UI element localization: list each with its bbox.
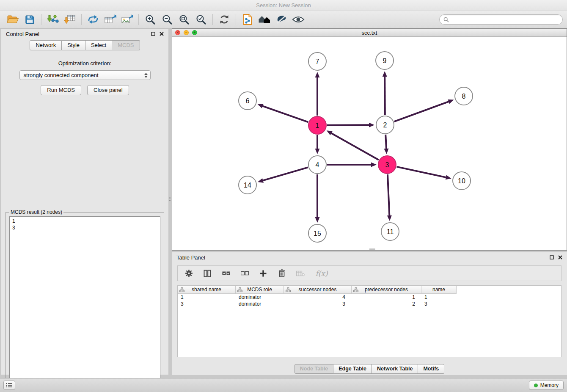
cell-predecessor-nodes[interactable]: 1	[352, 294, 421, 301]
share-document-icon	[242, 14, 253, 25]
tab-mcds[interactable]: MCDS	[112, 40, 140, 50]
graph-node-10[interactable]: 10	[453, 172, 471, 190]
graph-node-1[interactable]: 1	[308, 116, 326, 134]
tab-style[interactable]: Style	[62, 40, 85, 50]
zoom-selected-button[interactable]	[193, 12, 209, 27]
float-table-panel-button[interactable]	[550, 255, 554, 259]
table-row[interactable]: 1 dominator 4 1 1	[178, 294, 561, 301]
cell-name[interactable]: 3	[421, 301, 457, 307]
graph-node-6[interactable]: 6	[239, 92, 256, 110]
cell-mcds-role[interactable]: dominator	[236, 294, 284, 301]
close-panel-button[interactable]	[160, 32, 164, 36]
column-header-predecessor-nodes[interactable]: predecessor nodes	[352, 286, 421, 294]
graph-edge-2-8[interactable]	[394, 99, 454, 121]
memory-button[interactable]: Memory	[529, 381, 564, 390]
graph-node-4[interactable]: 4	[308, 156, 326, 174]
cell-successor-nodes[interactable]: 3	[284, 301, 352, 307]
open-session-button[interactable]	[4, 12, 21, 27]
save-session-button[interactable]	[21, 12, 38, 27]
panel-splitter[interactable]	[168, 29, 172, 375]
delete-table-button[interactable]	[295, 268, 306, 279]
graph-edge-1-6[interactable]	[258, 104, 308, 122]
cell-shared-name[interactable]: 1	[178, 294, 236, 301]
column-header-mcds-role[interactable]: MCDS role	[236, 286, 284, 294]
tab-network-table[interactable]: Network Table	[372, 364, 418, 374]
graph-node-9[interactable]: 9	[376, 52, 394, 69]
share-document-button[interactable]	[239, 12, 256, 27]
graph-node-14[interactable]: 14	[239, 176, 256, 194]
network-canvas[interactable]: 7968124314101511	[172, 37, 567, 250]
delete-column-button[interactable]	[277, 268, 287, 279]
export-table-button[interactable]	[102, 12, 118, 27]
optimization-criterion-select[interactable]: strongly connected component	[19, 70, 151, 80]
graph-edge-1-4[interactable]	[315, 135, 320, 154]
tab-motifs[interactable]: Motifs	[418, 364, 444, 374]
network-view-frame: ✕ − + scc.txt 7968124314101511	[172, 28, 567, 251]
tab-node-table[interactable]: Node Table	[295, 364, 333, 374]
graph-edge-3-10[interactable]	[396, 167, 451, 180]
export-network-button[interactable]	[85, 12, 102, 27]
tab-select[interactable]: Select	[85, 40, 112, 50]
import-network-button[interactable]	[44, 12, 61, 27]
graph-edge-4-14[interactable]	[258, 167, 308, 182]
close-table-panel-button[interactable]	[558, 255, 562, 259]
zoom-in-button[interactable]	[142, 12, 159, 27]
column-header-name[interactable]: name	[421, 286, 457, 294]
table-toolbar: f(x)	[177, 265, 561, 281]
table-settings-button[interactable]	[184, 268, 194, 279]
frame-close-button[interactable]: ✕	[175, 30, 180, 35]
column-header-shared-name[interactable]: shared name	[178, 286, 236, 294]
frame-minimize-button[interactable]: −	[184, 30, 189, 35]
table-panel-title: Table Panel	[176, 254, 205, 261]
zoom-fit-button[interactable]	[176, 12, 193, 27]
export-image-button[interactable]	[118, 12, 135, 27]
graph-edge-1-2[interactable]	[327, 123, 374, 127]
graph-node-7[interactable]: 7	[308, 52, 326, 70]
graph-node-8[interactable]: 8	[455, 87, 473, 105]
deselect-all-button[interactable]	[239, 268, 250, 279]
show-columns-button[interactable]	[202, 268, 212, 279]
graph-edge-4-3[interactable]	[327, 163, 377, 167]
float-panel-button[interactable]	[151, 32, 155, 36]
run-mcds-button[interactable]: Run MCDS	[41, 85, 81, 95]
show-hide-button[interactable]	[290, 12, 307, 27]
network-frame-titlebar[interactable]: ✕ − + scc.txt	[172, 29, 567, 37]
graph-edge-3-1[interactable]	[327, 130, 379, 160]
function-builder-button[interactable]: f(x)	[314, 268, 329, 279]
graph-node-11[interactable]: 11	[381, 223, 399, 240]
cell-successor-nodes[interactable]: 4	[284, 294, 352, 301]
columns-icon	[204, 270, 211, 277]
graph-node-3[interactable]: 3	[378, 156, 396, 174]
graph-edge-3-11[interactable]	[387, 174, 392, 221]
search-input[interactable]	[451, 17, 559, 23]
tab-network[interactable]: Network	[30, 40, 62, 50]
cell-mcds-role[interactable]: dominator	[236, 301, 284, 307]
zoom-out-button[interactable]	[159, 12, 176, 27]
graph-node-2[interactable]: 2	[376, 116, 394, 134]
graph-node-15[interactable]: 15	[308, 224, 326, 242]
add-column-button[interactable]	[258, 268, 268, 279]
frame-maximize-button[interactable]: +	[192, 30, 197, 35]
column-header-successor-nodes[interactable]: successor nodes	[284, 286, 352, 294]
cell-shared-name[interactable]: 3	[178, 301, 236, 307]
svg-text:2: 2	[383, 121, 387, 129]
cell-name[interactable]: 1	[421, 294, 457, 301]
import-table-button[interactable]	[61, 12, 78, 27]
select-all-button[interactable]	[221, 268, 231, 279]
frame-resize-handle[interactable]	[369, 248, 375, 250]
graph-edge-2-9[interactable]	[383, 71, 387, 115]
svg-text:14: 14	[244, 182, 251, 189]
graph-edge-1-7[interactable]	[315, 72, 320, 116]
apply-layout-button[interactable]	[216, 12, 233, 27]
cell-predecessor-nodes[interactable]: 2	[352, 301, 421, 307]
table-row[interactable]: 3 dominator 3 2 3	[178, 301, 561, 307]
graph-edge-4-15[interactable]	[315, 174, 320, 223]
close-panel-action-button[interactable]: Close panel	[87, 85, 129, 95]
show-panels-button[interactable]	[3, 381, 15, 390]
open-folder-icon	[6, 14, 19, 25]
float-window-icon	[151, 32, 155, 36]
home-button[interactable]	[256, 12, 273, 27]
graph-edge-2-3[interactable]	[384, 135, 388, 154]
tab-edge-table[interactable]: Edge Table	[333, 364, 372, 374]
graphics-details-button[interactable]	[273, 12, 290, 27]
